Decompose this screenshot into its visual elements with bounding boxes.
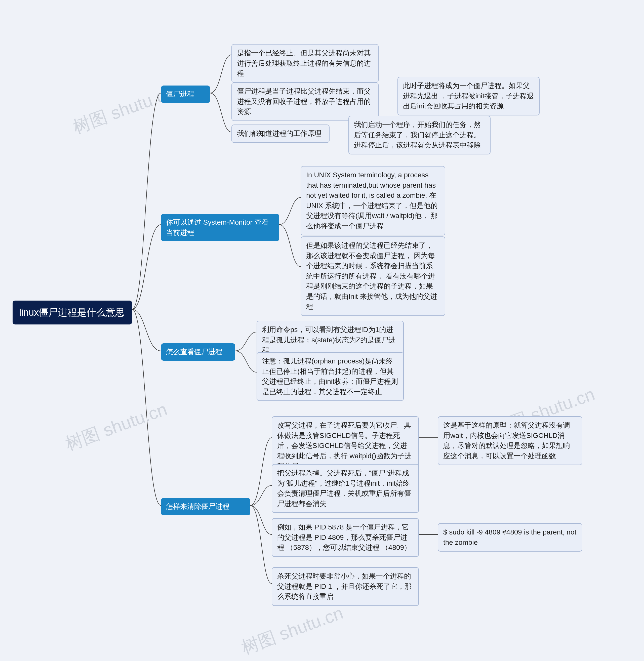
branch-label: 僵尸进程	[166, 90, 194, 98]
leaf-text: 但是如果该进程的父进程已经先结束了，那么该进程就不会变成僵尸进程， 因为每个进程…	[306, 241, 437, 311]
leaf-text: $ sudo kill -9 4809 #4809 is the parent,…	[443, 528, 576, 546]
leaf-text: 是指一个已经终止、但是其父进程尚未对其进行善后处理获取终止进程的有关信息的进程	[237, 49, 371, 77]
leaf-text: 利用命令ps，可以看到有父进程ID为1的进程是孤儿进程；s(state)状态为Z…	[262, 326, 395, 354]
leaf-node[interactable]: 此时子进程将成为一个僵尸进程。如果父进程先退出 ，子进程被init接管，子进程退…	[397, 77, 539, 115]
leaf-node[interactable]: 把父进程杀掉。父进程死后，"僵尸"进程成为"孤儿进程"，过继给1号进程init，…	[272, 464, 419, 513]
root-label: linux僵尸进程是什么意思	[19, 307, 125, 318]
leaf-text: In UNIX System terminology, a process th…	[306, 171, 438, 230]
leaf-text: 注意：孤儿进程(orphan process)是尚未终止但已停止(相当于前台挂起…	[262, 357, 398, 396]
leaf-text: 我们都知道进程的工作原理	[237, 129, 322, 137]
leaf-text: 把父进程杀掉。父进程死后，"僵尸"进程成为"孤儿进程"，过继给1号进程init，…	[277, 469, 411, 507]
leaf-node[interactable]: 但是如果该进程的父进程已经先结束了，那么该进程就不会变成僵尸进程， 因为每个进程…	[301, 236, 445, 316]
leaf-text: 改写父进程，在子进程死后要为它收尸。具体做法是接管SIGCHLD信号。子进程死后…	[277, 421, 412, 470]
branch-label: 你可以通过 System-Monitor 查看当前进程	[166, 218, 269, 236]
leaf-node[interactable]: 我们都知道进程的工作原理	[231, 124, 329, 143]
leaf-text: 这是基于这样的原理：就算父进程没有调用wait，内核也会向它发送SIGCHLD消…	[443, 421, 570, 460]
leaf-node[interactable]: In UNIX System terminology, a process th…	[301, 166, 445, 235]
leaf-text: 我们启动一个程序，开始我们的任务，然后等任务结束了，我们就停止这个进程。进程停止…	[354, 121, 481, 149]
leaf-node[interactable]: $ sudo kill -9 4809 #4809 is the parent,…	[438, 523, 582, 551]
watermark: 树图 shutu.cn	[62, 397, 170, 456]
leaf-node[interactable]: 僵尸进程是当子进程比父进程先结束，而父进程又没有回收子进程，释放子进程占用的资源	[231, 82, 378, 121]
root-node[interactable]: linux僵尸进程是什么意思	[13, 301, 132, 325]
branch-system-monitor[interactable]: 你可以通过 System-Monitor 查看当前进程	[161, 214, 279, 241]
branch-how-to-view[interactable]: 怎么查看僵尸进程	[161, 343, 235, 361]
leaf-node[interactable]: 我们启动一个程序，开始我们的任务，然后等任务结束了，我们就停止这个进程。进程停止…	[348, 116, 490, 155]
leaf-text: 杀死父进程时要非常小心，如果一个进程的父进程就是 PID 1 ，并且你还杀死了它…	[277, 572, 412, 600]
leaf-node[interactable]: 例如，如果 PID 5878 是一个僵尸进程，它的父进程是 PID 4809，那…	[272, 518, 419, 557]
branch-zombie-process[interactable]: 僵尸进程	[161, 86, 210, 103]
leaf-node[interactable]: 这是基于这样的原理：就算父进程没有调用wait，内核也会向它发送SIGCHLD消…	[438, 416, 582, 465]
leaf-text: 僵尸进程是当子进程比父进程先结束，而父进程又没有回收子进程，释放子进程占用的资源	[237, 87, 371, 115]
branch-how-to-clear[interactable]: 怎样来清除僵尸进程	[161, 498, 250, 515]
leaf-node[interactable]: 杀死父进程时要非常小心，如果一个进程的父进程就是 PID 1 ，并且你还杀死了它…	[272, 567, 419, 606]
leaf-text: 例如，如果 PID 5878 是一个僵尸进程，它的父进程是 PID 4809，那…	[277, 523, 411, 551]
watermark: 树图 shutu.cn	[238, 601, 347, 660]
leaf-node[interactable]: 是指一个已经终止、但是其父进程尚未对其进行善后处理获取终止进程的有关信息的进程	[231, 44, 378, 83]
leaf-node[interactable]: 注意：孤儿进程(orphan process)是尚未终止但已停止(相当于前台挂起…	[257, 352, 404, 401]
branch-label: 怎样来清除僵尸进程	[166, 502, 229, 510]
leaf-text: 此时子进程将成为一个僵尸进程。如果父进程先退出 ，子进程被init接管，子进程退…	[403, 82, 534, 110]
branch-label: 怎么查看僵尸进程	[166, 348, 222, 356]
